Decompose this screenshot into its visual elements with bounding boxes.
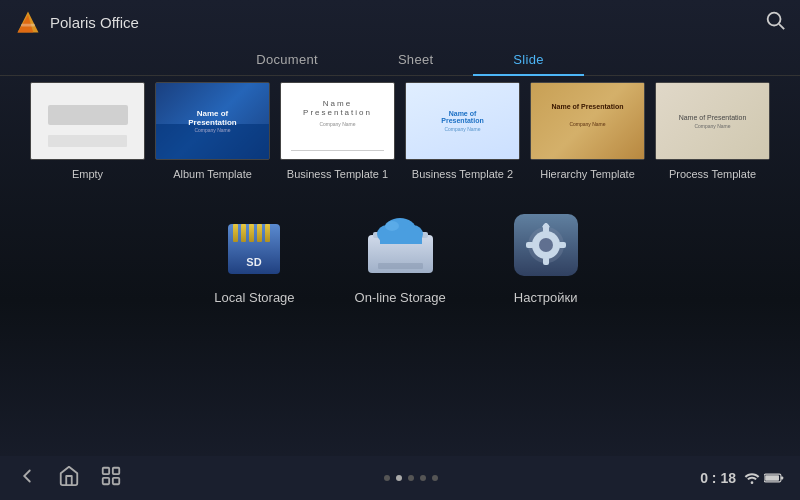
template-thumb-album: Name of Presentation Company Name — [155, 82, 270, 160]
svg-rect-30 — [103, 467, 109, 473]
templates-row: Empty Name of Presentation Company Name … — [0, 76, 800, 180]
template-biz1-label: Business Template 1 — [287, 168, 388, 180]
svg-point-18 — [385, 221, 399, 231]
dot-5 — [432, 475, 438, 481]
local-storage-label: Local Storage — [214, 290, 294, 305]
tab-slide[interactable]: Slide — [473, 44, 583, 75]
app-title: Polaris Office — [50, 14, 139, 31]
status-icons — [744, 471, 784, 485]
storage-settings[interactable]: Настройки — [506, 210, 586, 305]
search-button[interactable] — [764, 9, 786, 35]
page-dots — [384, 475, 438, 481]
dot-4 — [420, 475, 426, 481]
template-thumb-proc: Name of Presentation Company Name — [655, 82, 770, 160]
svg-rect-19 — [378, 263, 423, 269]
settings-icon — [506, 210, 586, 280]
svg-rect-27 — [558, 242, 566, 248]
empty-line — [48, 135, 127, 147]
svg-point-34 — [751, 481, 754, 484]
settings-label: Настройки — [514, 290, 578, 305]
empty-placeholder — [48, 105, 128, 125]
app-header: Polaris Office — [14, 8, 139, 36]
back-button[interactable] — [16, 465, 38, 492]
online-storage-label: On-line Storage — [355, 290, 446, 305]
svg-rect-37 — [765, 475, 779, 480]
template-biz2[interactable]: Name of Presentation Company Name Busine… — [405, 82, 520, 180]
template-empty[interactable]: Empty — [30, 82, 145, 180]
svg-rect-2 — [21, 24, 35, 27]
svg-point-3 — [768, 13, 781, 26]
template-hier[interactable]: Name of Presentation Company Name Hierar… — [530, 82, 645, 180]
svg-rect-25 — [543, 257, 549, 265]
app-logo-icon — [14, 8, 42, 36]
recent-apps-button[interactable] — [100, 465, 122, 492]
template-thumb-biz1: Name Presentation Company Name — [280, 82, 395, 160]
svg-rect-7 — [241, 224, 246, 242]
svg-rect-9 — [257, 224, 262, 242]
home-button[interactable] — [58, 465, 80, 492]
status-area: 0 : 18 — [700, 470, 784, 486]
tab-sheet[interactable]: Sheet — [358, 44, 473, 75]
storage-row: SD Local Storage — [0, 180, 800, 305]
svg-rect-10 — [265, 224, 270, 242]
wifi-icon — [744, 471, 760, 485]
template-biz2-label: Business Template 2 — [412, 168, 513, 180]
template-thumb-biz2: Name of Presentation Company Name — [405, 82, 520, 160]
template-thumb-hier: Name of Presentation Company Name — [530, 82, 645, 160]
svg-rect-31 — [113, 467, 119, 473]
svg-rect-36 — [781, 476, 783, 479]
battery-icon — [764, 471, 784, 485]
storage-local[interactable]: SD Local Storage — [214, 210, 294, 305]
nav-buttons — [16, 465, 122, 492]
template-proc[interactable]: Name of Presentation Company Name Proces… — [655, 82, 770, 180]
svg-rect-33 — [113, 477, 119, 483]
template-biz1[interactable]: Name Presentation Company Name Business … — [280, 82, 395, 180]
svg-rect-6 — [233, 224, 238, 242]
clock: 0 : 18 — [700, 470, 736, 486]
svg-text:SD: SD — [247, 256, 262, 268]
bottom-nav: 0 : 18 — [0, 456, 800, 500]
dot-3 — [408, 475, 414, 481]
template-album-label: Album Template — [173, 168, 252, 180]
svg-rect-32 — [103, 477, 109, 483]
svg-point-23 — [539, 238, 553, 252]
template-thumb-empty — [30, 82, 145, 160]
dot-2 — [396, 475, 402, 481]
svg-line-4 — [779, 24, 784, 29]
local-storage-icon: SD — [214, 210, 294, 280]
template-empty-label: Empty — [72, 168, 103, 180]
svg-rect-17 — [380, 232, 422, 244]
tabs-container: Document Sheet Slide — [0, 44, 800, 76]
album-title-text: Name of Presentation Company Name — [184, 109, 241, 133]
svg-rect-26 — [526, 242, 534, 248]
online-storage-icon — [360, 210, 440, 280]
dot-1 — [384, 475, 390, 481]
svg-rect-8 — [249, 224, 254, 242]
tab-document[interactable]: Document — [216, 44, 358, 75]
template-album[interactable]: Name of Presentation Company Name Album … — [155, 82, 270, 180]
template-proc-label: Process Template — [669, 168, 756, 180]
storage-online[interactable]: On-line Storage — [355, 210, 446, 305]
template-hier-label: Hierarchy Template — [540, 168, 635, 180]
top-bar: Polaris Office — [0, 0, 800, 44]
